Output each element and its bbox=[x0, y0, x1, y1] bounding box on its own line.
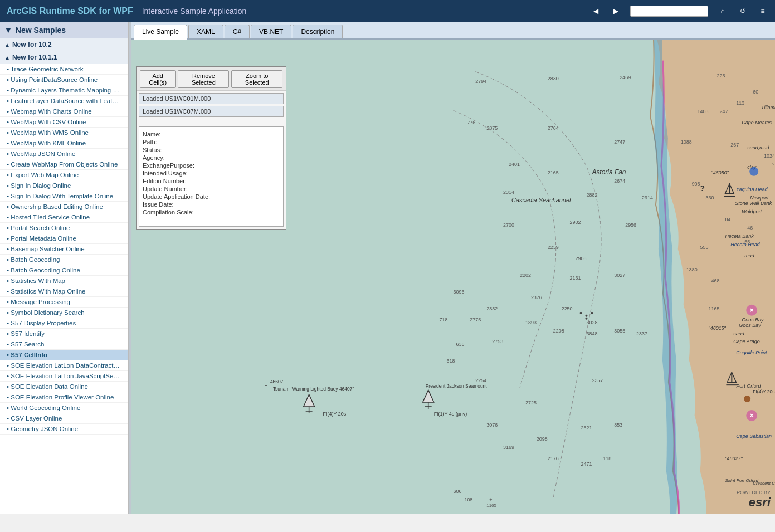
section-header-1011[interactable]: ▲ New for 10.1.1 bbox=[0, 51, 128, 64]
label-stone-wall-bank: Stone Wall Bank bbox=[735, 201, 772, 206]
buoy-label-fi1y: FI(1)Y 4s (priv) bbox=[434, 411, 467, 417]
sidebar-item-s57-cellinfo[interactable]: S57 CellInfo bbox=[0, 350, 128, 360]
sidebar-item-sign-dialog-template[interactable]: Sign In Dialog With Template Online bbox=[0, 191, 128, 202]
s57-info-panel: Name: Path: Status: Agency: bbox=[139, 126, 284, 227]
depth-3028: 3028 bbox=[586, 320, 597, 325]
sidebar-item-world-geocoding[interactable]: World Geocoding Online bbox=[0, 403, 128, 413]
sidebar-item-webmap-wms[interactable]: WebMap With WMS Online bbox=[0, 128, 128, 138]
tab-csharp[interactable]: C# bbox=[225, 25, 250, 38]
sidebar-item-trace-geometric[interactable]: Trace Geometric Network bbox=[0, 64, 128, 75]
label-cape-sebastian: Cape Sebastian bbox=[736, 433, 772, 439]
buoy-label-46607: T bbox=[265, 384, 267, 390]
depth-2469: 2469 bbox=[620, 75, 631, 80]
s57-list-item-2[interactable]: Loaded US1WC07M.000 bbox=[139, 106, 284, 117]
add-cell-button[interactable]: Add Cell(s) bbox=[140, 70, 176, 88]
home-icon[interactable]: ⌂ bbox=[717, 6, 728, 17]
depth-3848: 3848 bbox=[586, 331, 597, 336]
sidebar-item-export-webmap[interactable]: Export Web Map Online bbox=[0, 170, 128, 180]
info-label-name: Name: bbox=[143, 131, 193, 138]
sidebar-item-portal-metadata[interactable]: Portal Metadata Online bbox=[0, 233, 128, 244]
sidebar-item-csv-layer[interactable]: CSV Layer Online bbox=[0, 413, 128, 424]
depth-3055: 3055 bbox=[614, 328, 625, 334]
nav-forward[interactable]: ▶ bbox=[610, 6, 621, 17]
depth-2875: 2875 bbox=[486, 125, 498, 131]
label-crescent-city: Crescent City bbox=[753, 481, 775, 486]
sidebar-item-s57-search[interactable]: S57 Search bbox=[0, 339, 128, 350]
main-layout: ▼ New Samples ▲ New for 10.2 ▲ New for 1… bbox=[0, 22, 775, 514]
zoom-to-selected-button[interactable]: Zoom to Selected bbox=[231, 70, 282, 88]
info-row-update: Update Number: bbox=[143, 185, 280, 193]
tab-live-sample[interactable]: Live Sample bbox=[134, 25, 187, 40]
sidebar-item-soe-elevation-data[interactable]: SOE Elevation Data Online bbox=[0, 382, 128, 392]
sidebar-item-webmap-charts[interactable]: Webmap With Charts Online bbox=[0, 106, 128, 117]
info-label-compilation: Compilation Scale: bbox=[143, 209, 194, 216]
sidebar-item-webmap-json[interactable]: WebMap JSON Online bbox=[0, 149, 128, 159]
info-label-usage: Intended Usage: bbox=[143, 170, 193, 177]
nav-back[interactable]: ◀ bbox=[590, 6, 601, 17]
depth-60: 60 bbox=[753, 89, 758, 95]
menu-icon[interactable]: ≡ bbox=[757, 6, 768, 17]
tab-xaml[interactable]: XAML bbox=[188, 25, 223, 38]
info-label-agency: Agency: bbox=[143, 154, 193, 161]
sidebar-item-ownership-editing[interactable]: Ownership Based Editing Online bbox=[0, 202, 128, 212]
s57-list-item-1[interactable]: Loaded US1WC01M.000 bbox=[139, 93, 284, 104]
sidebar-item-sign-in-dialog[interactable]: Sign In Dialog Online bbox=[0, 180, 128, 191]
tab-vbnet[interactable]: VB.NET bbox=[251, 25, 291, 38]
sidebar-item-batch-geocoding-online[interactable]: Batch Geocoding Online bbox=[0, 265, 128, 276]
depth-mid-4: 468 bbox=[711, 278, 719, 284]
depth-mid-8: 330 bbox=[706, 195, 714, 201]
sidebar-item-symbol-dictionary[interactable]: Symbol Dictionary Search bbox=[0, 308, 128, 318]
sidebar-collapse-icon[interactable]: ▼ bbox=[4, 26, 12, 35]
label-sand-mud: sand,mud bbox=[747, 145, 769, 150]
sidebar-item-webmap-kml[interactable]: WebMap With KML Online bbox=[0, 138, 128, 149]
info-row-edition: Edition Number: bbox=[143, 177, 280, 185]
depth-2908: 2908 bbox=[576, 256, 587, 261]
sidebar-item-portal-search[interactable]: Portal Search Online bbox=[0, 223, 128, 233]
depth-2250: 2250 bbox=[562, 306, 573, 311]
remove-selected-button[interactable]: Remove Selected bbox=[178, 70, 229, 88]
depth-mid-1: 718 bbox=[440, 317, 448, 323]
depth-circle: ○ bbox=[772, 161, 775, 166]
sidebar-item-hosted-tiled[interactable]: Hosted Tiled Service Online bbox=[0, 212, 128, 223]
search-box[interactable] bbox=[630, 6, 708, 17]
sidebar-item-create-webmap[interactable]: Create WebMap From Objects Online bbox=[0, 159, 128, 170]
label-sand: sand bbox=[733, 331, 744, 336]
sidebar-item-dynamic-layers[interactable]: Dynamic Layers Thematic Mapping Online bbox=[0, 85, 128, 96]
depth-267: 267 bbox=[730, 142, 739, 148]
sidebar-item-soe-latlon-js[interactable]: SOE Elevation LatLon JavaScriptSerialize… bbox=[0, 371, 128, 382]
depth-108: 108 bbox=[464, 497, 472, 502]
sidebar-item-s57-display[interactable]: S57 Display Properties bbox=[0, 318, 128, 329]
sidebar-item-statistics-map[interactable]: Statistics With Map bbox=[0, 276, 128, 286]
section-label-102: New for 10.2 bbox=[12, 41, 52, 48]
sidebar-item-soe-elevation-profile[interactable]: SOE Elevation Profile Viewer Online bbox=[0, 392, 128, 403]
sidebar-item-message-processing[interactable]: Message Processing bbox=[0, 297, 128, 308]
sidebar-item-batch-geocoding[interactable]: Batch Geocoding bbox=[0, 255, 128, 265]
sidebar-item-s57-identify[interactable]: S57 Identify bbox=[0, 329, 128, 339]
esri-brand: POWERED BY esri bbox=[737, 490, 771, 510]
depth-lower-5: 2098 bbox=[537, 436, 548, 442]
sidebar-item-webmap-csv[interactable]: WebMap With CSV Online bbox=[0, 117, 128, 128]
refresh-icon[interactable]: ↺ bbox=[737, 6, 748, 17]
section-header-102[interactable]: ▲ New for 10.2 bbox=[0, 38, 128, 51]
sidebar-item-geometry-json[interactable]: Geometry JSON Online bbox=[0, 424, 128, 435]
sidebar-item-point-datasource[interactable]: Using PointDataSource Online bbox=[0, 75, 128, 85]
depth-mid-6: 555 bbox=[700, 245, 709, 250]
depth-113: 113 bbox=[736, 100, 744, 106]
depth-lower-1: 2254 bbox=[475, 378, 486, 383]
depth-2376: 2376 bbox=[531, 295, 542, 300]
sidebar-item-basemap-switcher[interactable]: Basemap Switcher Online bbox=[0, 244, 128, 255]
sidebar-item-soe-latlon-dc[interactable]: SOE Elevation LatLon DataContract Online bbox=[0, 360, 128, 371]
depth-bottom-1: + bbox=[489, 497, 492, 502]
content-area: Live Sample XAML C# VB.NET Description 2… bbox=[131, 22, 775, 514]
depth-3027: 3027 bbox=[614, 272, 625, 278]
label-46015: "46015" bbox=[709, 325, 727, 331]
sidebar: ▼ New Samples ▲ New for 10.2 ▲ New for 1… bbox=[0, 22, 128, 514]
tab-description[interactable]: Description bbox=[293, 25, 343, 38]
sidebar-item-featurelayer[interactable]: FeatureLayer DataSource with FeatureData… bbox=[0, 96, 128, 106]
sidebar-item-statistics-map-online[interactable]: Statistics With Map Online bbox=[0, 286, 128, 297]
section-arrow-1011: ▲ bbox=[4, 55, 10, 61]
depth-lower-9: 2176 bbox=[548, 456, 559, 461]
depth-776: 776 bbox=[467, 120, 475, 125]
depth-2165: 2165 bbox=[548, 170, 559, 175]
depth-lower-8: 3169 bbox=[503, 445, 514, 450]
